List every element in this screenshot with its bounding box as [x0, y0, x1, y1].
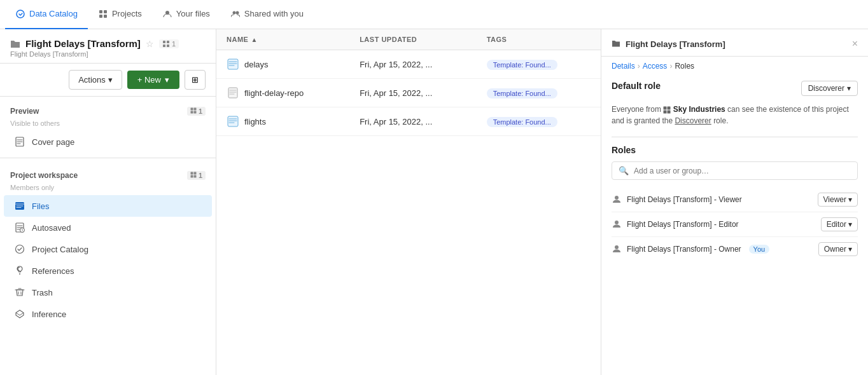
col-last-updated[interactable]: LAST UPDATED	[349, 29, 477, 50]
project-title: Flight Delays [Transform]	[25, 38, 141, 49]
svg-rect-28	[228, 116, 238, 126]
sidebar-item-inference[interactable]: Inference	[4, 303, 212, 325]
right-panel: Flight Delays [Transform] × Details › Ac…	[601, 29, 868, 375]
trash-icon	[14, 287, 25, 298]
flights-file-icon	[227, 115, 239, 128]
data-catalog-icon	[15, 9, 25, 19]
panel-folder-icon	[612, 39, 620, 50]
svg-point-25	[19, 273, 20, 275]
actions-chevron-icon: ▾	[108, 75, 113, 85]
breadcrumb-sep-2: ›	[669, 62, 672, 71]
breadcrumb-details[interactable]: Details	[612, 62, 635, 71]
svg-rect-10	[163, 44, 165, 47]
user-search-input[interactable]	[634, 167, 851, 175]
panel-title: Flight Delays [Transform]	[626, 39, 725, 49]
view-toggle-button[interactable]: ⊞	[185, 70, 206, 90]
sidebar-item-project-catalog[interactable]: Project Catalog	[4, 238, 212, 260]
nav-tab-your-files[interactable]: Your files	[152, 0, 220, 29]
new-label: + New	[137, 75, 161, 85]
desc-suffix: role.	[713, 116, 728, 125]
svg-rect-11	[167, 44, 169, 47]
panel-header: Flight Delays [Transform] ×	[601, 29, 868, 57]
role-viewer-label: Flight Delays [Transform] - Viewer	[627, 195, 742, 204]
inference-label: Inference	[32, 310, 66, 319]
autosaved-label: Autosaved	[32, 223, 71, 233]
sidebar-item-files[interactable]: Files	[4, 195, 212, 217]
actions-button[interactable]: Actions ▾	[69, 70, 122, 90]
col-tags[interactable]: TAGS	[477, 29, 601, 50]
file-name-flights: flights	[244, 117, 266, 126]
svg-rect-29	[664, 106, 667, 109]
svg-rect-4	[104, 15, 107, 18]
org-name: Sky Industries	[673, 105, 725, 114]
svg-rect-19	[190, 175, 193, 178]
project-breadcrumb: Flight Delays [Transform]	[10, 50, 206, 58]
star-icon[interactable]: ☆	[146, 39, 154, 49]
svg-rect-1	[99, 10, 102, 13]
svg-point-6	[232, 11, 235, 14]
files-table: NAME ▲ LAST UPDATED TAGS	[216, 29, 601, 136]
table-row[interactable]: flight-delay-repo Fri, Apr 15, 2022, ...…	[216, 79, 601, 107]
preview-section-header: Preview 1	[0, 103, 216, 119]
svg-rect-17	[190, 172, 193, 175]
default-role-dropdown[interactable]: Discoverer ▾	[801, 81, 858, 96]
search-icon: 🔍	[619, 166, 629, 175]
cover-page-label: Cover page	[32, 137, 74, 147]
role-viewer-chevron: ▾	[848, 195, 852, 204]
shared-icon	[230, 9, 241, 19]
sidebar: Flight Delays [Transform] ☆ 1 Flight Del…	[0, 29, 216, 375]
top-navigation: Data Catalog Projects Your files Shared …	[0, 0, 868, 29]
new-button[interactable]: + New ▾	[127, 71, 179, 89]
repo-file-icon	[227, 86, 239, 99]
view-icon: ⊞	[192, 75, 199, 85]
role-owner-label: Flight Delays [Transform] - Owner	[627, 245, 741, 254]
nav-tab-projects-label: Projects	[112, 9, 142, 18]
workspace-section-header: Project workspace 1	[0, 167, 216, 184]
new-chevron-icon: ▾	[165, 75, 169, 85]
svg-rect-13	[193, 108, 196, 111]
role-editor-dropdown[interactable]: Editor ▾	[821, 217, 858, 231]
user-search-bar[interactable]: 🔍	[612, 161, 858, 180]
svg-rect-8	[163, 41, 165, 43]
workspace-section: Project workspace 1 Members only Files	[0, 161, 216, 327]
role-viewer-dropdown[interactable]: Viewer ▾	[818, 193, 858, 207]
workspace-label: Project workspace	[10, 171, 78, 180]
svg-rect-14	[190, 111, 193, 114]
cover-page-icon	[14, 136, 25, 147]
table-row[interactable]: flights Fri, Apr 15, 2022, ... Template:…	[216, 107, 601, 136]
flights-tag: Template: Found...	[487, 117, 557, 127]
svg-point-33	[615, 196, 619, 200]
nav-tab-data-catalog[interactable]: Data Catalog	[5, 0, 88, 29]
preview-label: Preview	[10, 107, 39, 116]
flights-last-updated: Fri, Apr 15, 2022, ...	[349, 107, 477, 136]
table-row[interactable]: delays Fri, Apr 15, 2022, ... Template: …	[216, 50, 601, 79]
nav-tab-shared-with-you[interactable]: Shared with you	[220, 0, 314, 29]
default-role-row: Default role Discoverer ▾	[612, 81, 858, 96]
desc-prefix: Everyone from	[612, 105, 661, 114]
sidebar-item-cover-page[interactable]: Cover page	[4, 131, 212, 153]
workspace-sub: Members only	[0, 184, 216, 195]
sidebar-item-autosaved[interactable]: Autosaved	[4, 217, 212, 238]
svg-rect-32	[668, 110, 671, 113]
sidebar-item-trash[interactable]: Trash	[4, 282, 212, 303]
breadcrumb-sep-1: ›	[638, 62, 640, 71]
role-item-viewer: Flight Delays [Transform] - Viewer Viewe…	[612, 188, 858, 212]
default-role-title: Default role	[612, 81, 661, 91]
catalog-label: Project Catalog	[32, 245, 88, 254]
breadcrumb-access[interactable]: Access	[643, 62, 668, 71]
role-owner-dropdown[interactable]: Owner ▾	[818, 242, 858, 256]
svg-rect-3	[99, 15, 102, 18]
nav-tab-projects[interactable]: Projects	[88, 0, 152, 29]
role-owner-value: Owner	[824, 245, 846, 254]
sidebar-item-references[interactable]: References	[4, 260, 212, 282]
trash-label: Trash	[32, 288, 53, 297]
col-name[interactable]: NAME ▲	[216, 29, 349, 50]
project-badge-count: 1	[172, 40, 176, 48]
default-role-value: Discoverer	[808, 84, 844, 93]
panel-close-button[interactable]: ×	[852, 38, 858, 50]
you-badge: You	[749, 245, 770, 254]
breadcrumb-roles: Roles	[675, 62, 694, 71]
project-header: Flight Delays [Transform] ☆ 1 Flight Del…	[0, 29, 216, 64]
repo-last-updated: Fri, Apr 15, 2022, ...	[349, 79, 477, 107]
repo-tag: Template: Found...	[487, 88, 557, 99]
